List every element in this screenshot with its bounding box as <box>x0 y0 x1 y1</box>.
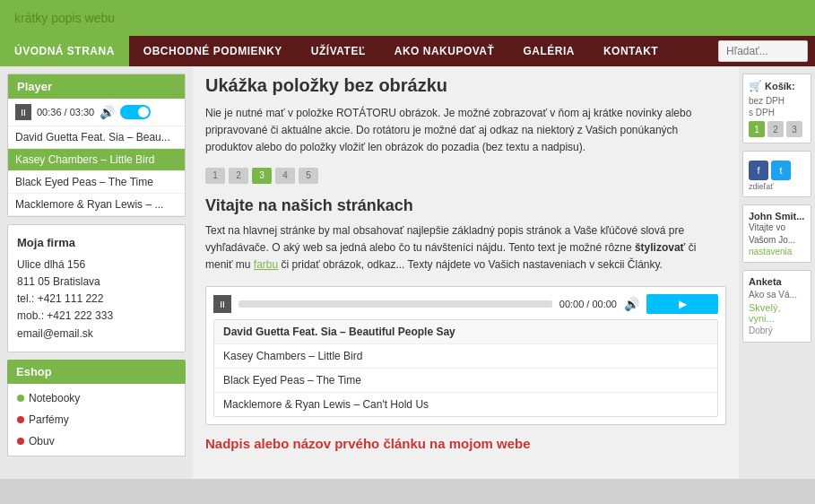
embed-pl-item-2[interactable]: Black Eyed Peas – The Time <box>214 369 717 393</box>
nav-items: ÚVODNÁ STRANA OBCHODNÉ PODMIENKY UŽÍVATE… <box>0 36 711 66</box>
cart-num-3[interactable]: 3 <box>786 121 802 137</box>
embed-controls: ⏸ 00:00 / 00:00 🔊 ▶ <box>213 294 718 314</box>
eshop-item-0[interactable]: Notebooky <box>8 387 185 409</box>
eshop-dot-2 <box>17 438 24 445</box>
cart-num-2[interactable]: 2 <box>767 121 784 137</box>
player-time: 00:36 / 03:30 <box>37 107 94 117</box>
embed-pl-item-1[interactable]: Kasey Chambers – Little Bird <box>214 344 717 369</box>
anketa-option-2[interactable]: Dobrý <box>749 325 805 336</box>
embed-player: ⏸ 00:00 / 00:00 🔊 ▶ David Guetta Feat. S… <box>205 286 726 425</box>
user-name: John Smit... <box>749 211 805 222</box>
top-bar: krátky popis webu <box>0 0 815 36</box>
nav-item-how[interactable]: AKO NAKUPOVAŤ <box>380 36 509 66</box>
player-volume-icon[interactable]: 🔊 <box>100 105 115 119</box>
player-widget: Player ⏸ 00:36 / 03:30 🔊 David Guetta Fe… <box>7 74 186 217</box>
player-controls: ⏸ 00:36 / 03:30 🔊 <box>8 99 185 126</box>
embed-play-button[interactable]: ▶ <box>646 294 718 314</box>
social-box: f t zdieľať <box>742 151 811 197</box>
eshop-dot-1 <box>17 416 24 423</box>
right-sidebar: 🛒 Košík: bez DPH s DPH 1 2 3 f t zdieľať… <box>739 66 815 479</box>
embed-playlist: David Guetta Feat. Sia – Beautiful Peopl… <box>213 319 718 417</box>
cart-box: 🛒 Košík: bez DPH s DPH 1 2 3 <box>742 74 811 143</box>
settings-link[interactable]: nastavenia <box>749 247 805 256</box>
embed-time: 00:00 / 00:00 <box>559 299 617 309</box>
page-title: Ukážka položky bez obrázku <box>205 75 726 96</box>
anketa-box: Anketa Ako sa Vá... Skvelý, vyni... Dobr… <box>742 270 811 343</box>
nav-item-terms[interactable]: OBCHODNÉ PODMIENKY <box>129 36 297 66</box>
cart-label-no-vat: bez DPH <box>749 96 805 106</box>
eshop-item-1[interactable]: Parfémy <box>8 409 185 430</box>
eshop-box: Eshop Notebooky Parfémy Obuv <box>7 360 186 456</box>
eshop-item-2[interactable]: Obuv <box>8 430 185 452</box>
firm-address2: 811 05 Bratislava <box>17 274 176 291</box>
intro-text: Nie je nutné mať v položke ROTÁTORU obrá… <box>205 105 726 157</box>
welcome-link[interactable]: farbu <box>254 258 278 271</box>
player-toggle[interactable] <box>120 105 151 119</box>
welcome-text: Text na hlavnej stránke by mal obsahovať… <box>205 222 726 274</box>
cart-title: 🛒 Košík: <box>749 80 805 92</box>
main-nav: ÚVODNÁ STRANA OBCHODNÉ PODMIENKY UŽÍVATE… <box>0 36 815 66</box>
playlist-item-1[interactable]: Kasey Chambers – Little Bird <box>8 149 185 171</box>
top-bar-text: krátky popis webu <box>14 11 115 25</box>
embed-pause-button[interactable]: ⏸ <box>213 295 231 313</box>
nav-item-contact[interactable]: KONTAKT <box>589 36 672 66</box>
firm-email: email@email.sk <box>17 326 176 343</box>
player-pause-button[interactable]: ⏸ <box>15 104 31 120</box>
nav-search-area <box>711 37 815 65</box>
user-welcome-text: Vitajte vo Vašom Jo... <box>749 222 805 247</box>
carousel-dot-1[interactable]: 2 <box>229 168 248 184</box>
welcome-title: Vitajte na našich stránkach <box>205 196 726 215</box>
articles-title: Nadpis alebo názov prvého článku na mojo… <box>205 436 726 451</box>
nav-item-user[interactable]: UŽÍVATEĽ <box>297 36 380 66</box>
embed-volume-icon[interactable]: 🔊 <box>624 297 639 311</box>
anketa-question: Ako sa Vá... <box>749 290 805 300</box>
eshop-title: Eshop <box>7 360 186 384</box>
carousel-dot-3[interactable]: 4 <box>275 168 295 184</box>
firm-phone2: mob.: +421 222 333 <box>17 308 176 325</box>
facebook-icon[interactable]: f <box>749 161 768 180</box>
embed-pl-item-0[interactable]: David Guetta Feat. Sia – Beautiful Peopl… <box>214 320 717 344</box>
user-box: John Smit... Vitajte vo Vašom Jo... nast… <box>742 204 811 263</box>
cart-icon: 🛒 <box>749 80 762 92</box>
cart-num-1[interactable]: 1 <box>749 121 765 137</box>
playlist-item-2[interactable]: Black Eyed Peas – The Time <box>8 171 185 194</box>
share-label: zdieľať <box>749 182 805 191</box>
firm-phone1: tel.: +421 111 222 <box>17 291 176 308</box>
twitter-icon[interactable]: t <box>771 161 791 180</box>
embed-progress-bar[interactable] <box>238 300 552 308</box>
carousel-dot-2[interactable]: 3 <box>252 168 272 184</box>
left-sidebar: Player ⏸ 00:36 / 03:30 🔊 David Guetta Fe… <box>0 66 193 479</box>
player-title: Player <box>8 74 185 99</box>
social-icons: f t <box>749 161 805 180</box>
welcome-text-1: Text na hlavnej stránke by mal obsahovať… <box>205 224 684 254</box>
playlist-item-0[interactable]: David Guetta Feat. Sia – Beau... <box>8 126 185 149</box>
nav-item-home[interactable]: ÚVODNÁ STRANA <box>0 36 129 66</box>
nav-item-gallery[interactable]: GALÉRIA <box>508 36 589 66</box>
welcome-text-3: či pridať obrázok, odkaz... Texty nájdet… <box>278 258 663 271</box>
anketa-title: Anketa <box>749 276 805 287</box>
firm-info-box: Moja firma Ulice dlhá 156 811 05 Bratisl… <box>7 224 186 352</box>
playlist-item-3[interactable]: Macklemore & Ryan Lewis – ... <box>8 194 185 216</box>
carousel-dots: 1 2 3 4 5 <box>205 168 726 184</box>
search-input[interactable] <box>718 40 808 62</box>
anketa-option-1[interactable]: Skvelý, vyni... <box>749 301 805 325</box>
eshop-dot-0 <box>17 395 24 402</box>
embed-pl-item-3[interactable]: Macklemore & Ryan Lewis – Can't Hold Us <box>214 393 717 416</box>
eshop-items: Notebooky Parfémy Obuv <box>7 384 186 456</box>
cart-numbers: 1 2 3 <box>749 121 805 137</box>
firm-name: Moja firma <box>17 234 176 253</box>
main-content: Ukážka položky bez obrázku Nie je nutné … <box>193 66 739 479</box>
carousel-dot-0[interactable]: 1 <box>205 168 225 184</box>
firm-address1: Ulice dlhá 156 <box>17 256 176 274</box>
welcome-bold: štylizovať <box>635 241 685 254</box>
main-layout: Player ⏸ 00:36 / 03:30 🔊 David Guetta Fe… <box>0 66 815 479</box>
carousel-dot-4[interactable]: 5 <box>299 168 318 184</box>
cart-label-with-vat: s DPH <box>749 108 805 117</box>
